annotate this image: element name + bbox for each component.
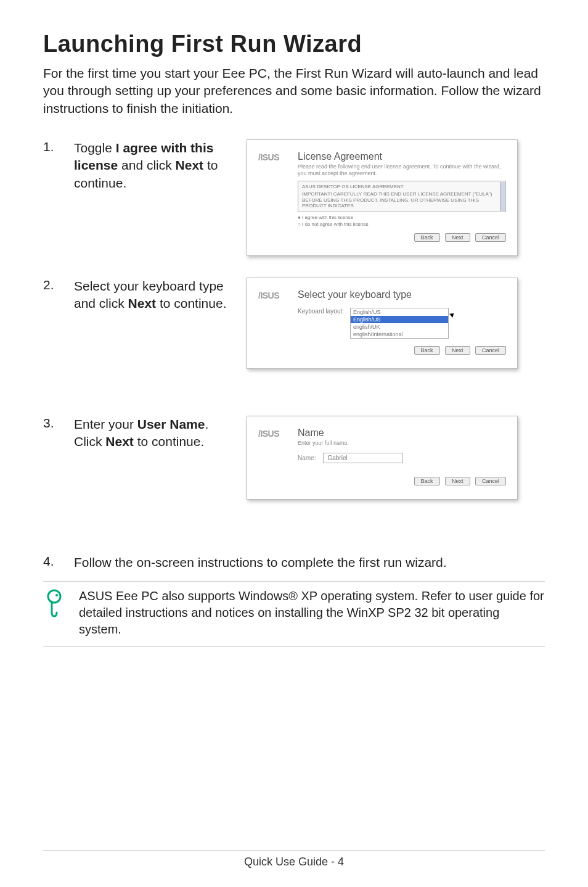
tip-icon [43, 588, 68, 621]
page-title: Launching First Run Wizard [43, 31, 545, 57]
step-text: Follow the on-screen instructions to com… [74, 554, 545, 571]
step-number: 2. [43, 278, 74, 292]
text-fragment: Enter your [74, 417, 137, 431]
step-number: 3. [43, 416, 74, 431]
screenshot-license: License Agreement Please read the follow… [247, 139, 518, 256]
license-textbox: ASUS DESKTOP OS LICENSE AGREEMENT IMPORT… [298, 181, 506, 212]
kb-option-selected[interactable]: English/US [351, 316, 448, 323]
kb-option[interactable]: english/UK [351, 323, 448, 331]
asus-logo [258, 151, 289, 162]
page-footer: Quick Use Guide - 4 [43, 850, 545, 868]
back-button[interactable]: Back [414, 346, 440, 355]
screenshot-keyboard: Select your keyboard type Keyboard layou… [247, 278, 518, 369]
screenshot-name: Name Enter your full name. Name: Gabriel… [247, 416, 518, 500]
step-1: 1. Toggle I agree with this license and … [43, 139, 545, 257]
scrollbar[interactable] [500, 182, 505, 211]
text-fragment: to continue. [134, 434, 204, 448]
text-fragment: Toggle [74, 141, 116, 155]
next-button[interactable]: Next [445, 477, 470, 485]
step-number: 1. [43, 139, 74, 154]
text-bold: User Name [137, 417, 205, 431]
back-button[interactable]: Back [414, 233, 440, 242]
keyboard-label: Keyboard layout: [298, 308, 344, 315]
kb-option[interactable]: English/US [351, 308, 448, 316]
text-fragment: to continue. [156, 296, 226, 310]
back-button[interactable]: Back [414, 477, 440, 485]
svg-point-0 [48, 590, 60, 603]
next-button[interactable]: Next [445, 233, 470, 242]
asus-logo [258, 427, 289, 439]
step-text: Toggle I agree with this license and cli… [74, 139, 247, 192]
radio-agree[interactable]: ● I agree with this license [298, 215, 506, 220]
step-number: 4. [43, 554, 74, 569]
step-2: 2. Select your keyboard type and click N… [43, 278, 545, 395]
note-text: ASUS Eee PC also supports Windows® XP op… [79, 588, 545, 638]
step-4: 4. Follow the on-screen instructions to … [43, 554, 545, 571]
dialog-title: Name [298, 427, 506, 439]
name-label: Name: [298, 455, 316, 461]
cancel-button[interactable]: Cancel [475, 233, 506, 242]
cancel-button[interactable]: Cancel [475, 477, 506, 485]
text-fragment: and click [118, 158, 175, 172]
dialog-title: License Agreement [298, 151, 506, 162]
radio-disagree[interactable]: ○ I do not agree with this license [298, 221, 506, 227]
text-bold: Next [128, 296, 157, 310]
note-block: ASUS Eee PC also supports Windows® XP op… [43, 581, 545, 647]
next-button[interactable]: Next [445, 346, 470, 355]
text-bold: Next [176, 158, 204, 172]
step-text: Select your keyboard type and click Next… [74, 278, 247, 313]
kb-option[interactable]: english/International [351, 331, 448, 338]
cancel-button[interactable]: Cancel [475, 346, 506, 355]
text-bold: Next [105, 434, 134, 448]
svg-point-1 [55, 594, 58, 596]
keyboard-dropdown[interactable]: English/US English/US english/UK english… [350, 308, 449, 339]
dialog-subtitle: Please read the following end user licen… [298, 163, 506, 177]
name-input[interactable]: Gabriel [323, 453, 403, 463]
step-text: Enter your User Name. Click Next to cont… [74, 416, 247, 451]
license-line: ASUS DESKTOP OS LICENSE AGREEMENT [302, 184, 502, 190]
license-line: IMPORTANT! CAREFULLY READ THIS END USER … [302, 191, 502, 209]
asus-logo [258, 289, 289, 300]
dialog-subtitle: Enter your full name. [298, 440, 506, 447]
intro-paragraph: For the first time you start your Eee PC… [43, 65, 545, 117]
step-3: 3. Enter your User Name. Click Next to c… [43, 416, 545, 533]
dialog-title: Select your keyboard type [298, 289, 506, 300]
